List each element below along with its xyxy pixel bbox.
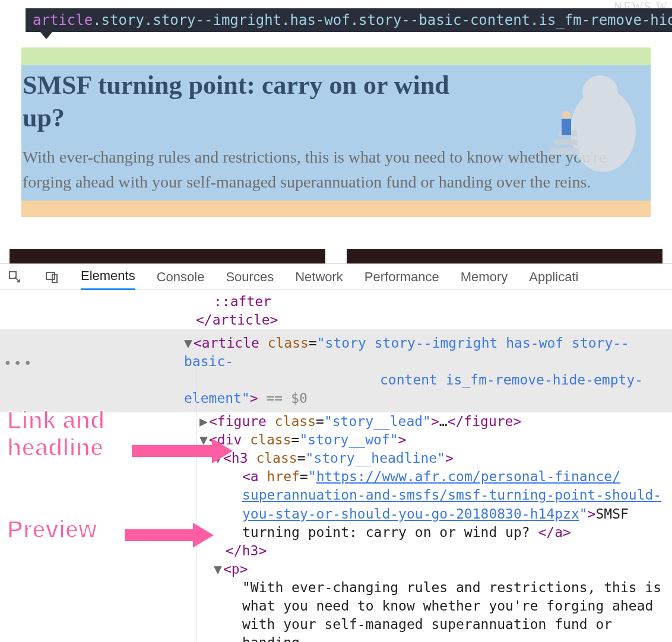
dom-line[interactable]: you-stay-or-should-you-go-20180830-h14pz… (0, 505, 672, 523)
tooltip-classes: .story.story--imgright.has-wof.story--ba… (93, 12, 672, 28)
inspect-icon[interactable] (7, 269, 23, 285)
highlighted-article[interactable]: SMSF turning point: carry on or wind up?… (21, 47, 651, 217)
dom-tree[interactable]: ••• ::after </article> ▼<article class="… (0, 290, 672, 642)
highlight-content: SMSF turning point: carry on or wind up?… (21, 65, 651, 201)
dom-line[interactable]: "With ever-changing rules and restrictio… (0, 579, 672, 597)
svg-point-9 (525, 162, 527, 164)
caret-down-icon[interactable]: ▼ (199, 431, 209, 449)
svg-point-10 (638, 156, 640, 158)
caret-right-icon[interactable]: ▶ (199, 412, 209, 431)
tab-application[interactable]: Applicati (529, 265, 578, 290)
breadcrumb-ellipsis[interactable]: ••• (4, 354, 34, 373)
article-illustration (520, 59, 645, 178)
dom-line[interactable]: what you need to know whether you're for… (0, 597, 672, 615)
svg-rect-2 (550, 148, 579, 154)
dom-line[interactable]: </article> (0, 311, 672, 329)
devtools-tabs: Elements Console Sources Network Perform… (0, 264, 672, 290)
svg-point-8 (631, 164, 635, 168)
indent-guide (196, 363, 196, 642)
svg-rect-6 (562, 119, 571, 135)
dom-line[interactable]: <a href="https://www.afr.com/personal-fi… (0, 468, 672, 486)
caret-down-icon[interactable]: ▼ (214, 560, 223, 579)
svg-point-7 (536, 167, 540, 171)
tab-network[interactable]: Network (295, 265, 343, 290)
device-toggle-icon[interactable] (44, 269, 59, 285)
annotation-link-headline: Link andheadline (7, 406, 104, 461)
highlight-margin-bottom (21, 201, 651, 217)
tab-memory[interactable]: Memory (461, 265, 508, 290)
dom-line-selected[interactable]: ▼<article class="story story--imgright h… (0, 329, 672, 412)
tab-sources[interactable]: Sources (226, 265, 274, 290)
article-headline[interactable]: SMSF turning point: carry on or wind up? (23, 69, 497, 134)
devtools-panel: Elements Console Sources Network Perform… (0, 263, 672, 642)
dom-line[interactable]: ▼<p> (0, 560, 672, 579)
dom-line[interactable]: with your self-managed superannuation fu… (0, 615, 672, 642)
svg-rect-3 (554, 139, 578, 145)
tooltip-tail (40, 32, 52, 39)
tab-performance[interactable]: Performance (364, 265, 439, 290)
tooltip-tagname: article (33, 12, 93, 28)
svg-rect-12 (46, 272, 55, 279)
thumbnail[interactable] (347, 249, 663, 263)
svg-point-1 (582, 75, 618, 109)
thumbnail-strip (9, 249, 663, 263)
annotation-preview: Preview (7, 516, 97, 543)
caret-down-icon[interactable]: ▼ (214, 449, 223, 468)
inspector-tooltip: article.story.story--imgright.has-wof.st… (26, 8, 672, 32)
tab-elements[interactable]: Elements (81, 263, 135, 290)
dom-line[interactable]: </h3> (0, 542, 672, 560)
dom-line[interactable]: ::after (0, 293, 672, 311)
dom-line[interactable]: superannuation-and-smsfs/smsf-turning-po… (0, 486, 672, 504)
caret-down-icon[interactable]: ▼ (184, 334, 194, 352)
dom-line[interactable]: turning point: carry on or wind up? </a> (0, 523, 672, 542)
thumbnail[interactable] (9, 249, 325, 263)
tab-console[interactable]: Console (157, 265, 205, 290)
